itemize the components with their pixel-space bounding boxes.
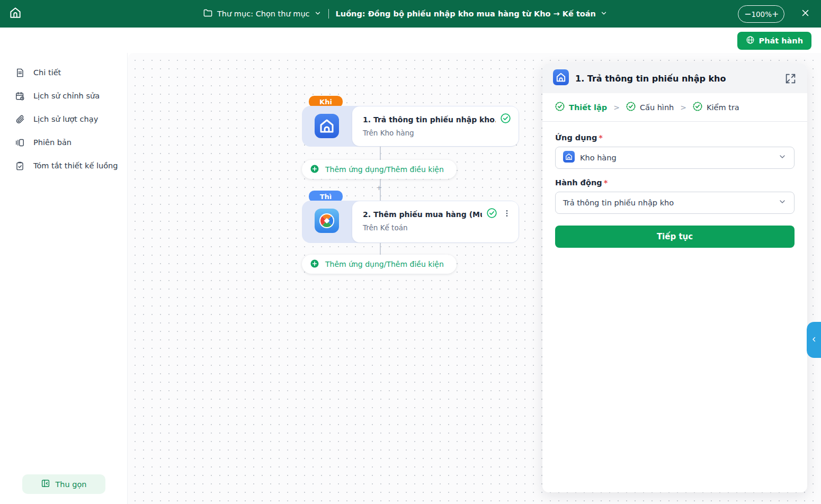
- sidebar-item-label: Tóm tắt thiết kế luồng: [33, 161, 118, 170]
- sidebar-item-edit-history[interactable]: Lịch sử chỉnh sửa: [0, 84, 127, 107]
- required-asterisk: *: [599, 133, 603, 142]
- collapse-label: Thu gọn: [55, 480, 86, 489]
- stepper: Thiết lập > Cấu hình > Kiểm tra: [542, 93, 807, 122]
- node-title: 1. Trả thông tin phiếu nhập kho...: [363, 115, 496, 124]
- collapse-sidebar-button[interactable]: Thu gọn: [22, 474, 105, 494]
- chevron-left-icon: [810, 335, 818, 345]
- continue-button[interactable]: Tiếp tục: [555, 226, 795, 248]
- chevron-right-icon: >: [680, 103, 686, 112]
- panel-header: 1. Trả thông tin phiếu nhập kho: [542, 64, 807, 93]
- flow-label: Luồng: Đồng bộ phiếu nhập kho mua hàng t…: [336, 10, 596, 18]
- collapse-panel-tab[interactable]: [807, 322, 821, 358]
- step-check-icon: [626, 102, 636, 113]
- add-app-condition-button[interactable]: Thêm ứng dụng/Thêm điều kiện: [302, 160, 457, 179]
- maximize-icon: [785, 73, 796, 84]
- step-check-icon: [555, 102, 565, 113]
- node-subtitle: Trên Kế toán: [363, 223, 511, 232]
- sidebar-item-flow-summary[interactable]: Tóm tắt thiết kế luồng: [0, 154, 127, 177]
- step-check-icon: [693, 102, 702, 113]
- chevron-down-icon: [778, 197, 787, 208]
- action-field: Hành động* Trả thông tin phiếu nhập kho: [555, 178, 795, 214]
- close-button[interactable]: [799, 7, 811, 20]
- action-value: Trả thông tin phiếu nhập kho: [563, 199, 773, 207]
- tab-configure[interactable]: Cấu hình: [626, 102, 674, 113]
- document-icon: [15, 67, 25, 78]
- connector-line: [380, 243, 381, 256]
- warehouse-app-icon: [315, 114, 339, 138]
- versions-icon: [15, 137, 25, 148]
- accounting-app-icon: [315, 209, 339, 233]
- node-card: 2. Thêm phiếu mua hàng (Mua... Trên Kế t…: [352, 201, 519, 242]
- node-title: 2. Thêm phiếu mua hàng (Mua...: [363, 210, 482, 219]
- chevron-down-icon: [778, 152, 787, 163]
- sidebar-item-label: Chi tiết: [33, 68, 61, 77]
- toolbar: Phát hành: [0, 28, 821, 53]
- publish-label: Phát hành: [759, 37, 803, 45]
- add-button-label: Thêm ứng dụng/Thêm điều kiện: [325, 260, 444, 268]
- zoom-in-button[interactable]: +: [772, 10, 779, 19]
- home-icon: [8, 6, 22, 22]
- step-label: Kiểm tra: [707, 103, 739, 112]
- workflow-node-2[interactable]: 2. Thêm phiếu mua hàng (Mua... Trên Kế t…: [302, 201, 519, 243]
- expand-panel-button[interactable]: [784, 72, 797, 85]
- flow-selector[interactable]: Luồng: Đồng bộ phiếu nhập kho mua hàng t…: [336, 9, 608, 19]
- home-button[interactable]: [7, 5, 24, 22]
- publish-button[interactable]: Phát hành: [737, 32, 811, 50]
- paperclip-icon: [15, 114, 25, 124]
- sidebar-item-label: Lịch sử chỉnh sửa: [33, 92, 100, 100]
- sidebar-item-label: Phiên bản: [33, 138, 72, 147]
- close-icon: [801, 8, 810, 20]
- zoom-level: 100%: [751, 10, 772, 19]
- folder-selector[interactable]: Thư mục: Chọn thư mục: [203, 8, 322, 20]
- field-label: Ứng dụng*: [555, 133, 795, 142]
- step-label: Cấu hình: [640, 103, 674, 112]
- topbar: Thư mục: Chọn thư mục Luồng: Đồng bộ phi…: [0, 0, 821, 28]
- add-button-label: Thêm ứng dụng/Thêm điều kiện: [325, 165, 444, 174]
- tab-setup[interactable]: Thiết lập: [555, 102, 607, 113]
- action-select[interactable]: Trả thông tin phiếu nhập kho: [555, 192, 795, 214]
- sidebar-item-run-history[interactable]: Lịch sử lượt chạy: [0, 107, 127, 131]
- tab-test[interactable]: Kiểm tra: [693, 102, 739, 113]
- plus-circle-icon: [310, 259, 319, 270]
- application-value: Kho hàng: [580, 154, 773, 162]
- node-card: 1. Trả thông tin phiếu nhập kho... Trên …: [352, 106, 519, 146]
- workflow-node-1[interactable]: 1. Trả thông tin phiếu nhập kho... Trên …: [302, 106, 519, 147]
- required-asterisk: *: [604, 178, 608, 187]
- add-app-condition-button[interactable]: Thêm ứng dụng/Thêm điều kiện: [302, 255, 457, 274]
- globe-icon: [746, 35, 755, 46]
- collapse-panel-icon: [41, 479, 50, 490]
- clipboard-check-icon: [15, 160, 25, 171]
- check-circle-icon: [500, 113, 511, 126]
- plus-circle-icon: [310, 164, 319, 175]
- panel-title: 1. Trả thông tin phiếu nhập kho: [575, 74, 778, 84]
- step-label: Thiết lập: [569, 103, 607, 112]
- zoom-control: − 100% +: [738, 5, 784, 23]
- node-subtitle: Trên Kho hàng: [363, 129, 511, 137]
- sidebar: Chi tiết Lịch sử chỉnh sửa Lịch sử lượt …: [0, 53, 128, 504]
- topbar-divider: [328, 9, 329, 19]
- chevron-right-icon: >: [613, 103, 620, 112]
- calendar-history-icon: [15, 91, 25, 101]
- sidebar-item-versions[interactable]: Phiên bản: [0, 131, 127, 154]
- chevron-down-icon: [600, 9, 608, 19]
- application-field: Ứng dụng* Kho hàng: [555, 133, 795, 169]
- warehouse-app-icon: [553, 69, 569, 87]
- warehouse-app-icon: [563, 151, 575, 165]
- sidebar-item-label: Lịch sử lượt chạy: [33, 115, 98, 123]
- step-config-panel: 1. Trả thông tin phiếu nhập kho Thiết lậ…: [542, 64, 807, 492]
- folder-icon: [203, 8, 213, 20]
- check-circle-icon: [486, 208, 497, 221]
- connector-plus: +: [376, 184, 382, 192]
- kebab-menu-icon[interactable]: [503, 209, 511, 220]
- application-select[interactable]: Kho hàng: [555, 147, 795, 169]
- field-label: Hành động*: [555, 178, 795, 187]
- chevron-down-icon: [314, 9, 322, 19]
- sidebar-item-details[interactable]: Chi tiết: [0, 61, 127, 84]
- zoom-out-button[interactable]: −: [744, 10, 751, 19]
- folder-label: Thư mục: Chọn thư mục: [217, 10, 310, 18]
